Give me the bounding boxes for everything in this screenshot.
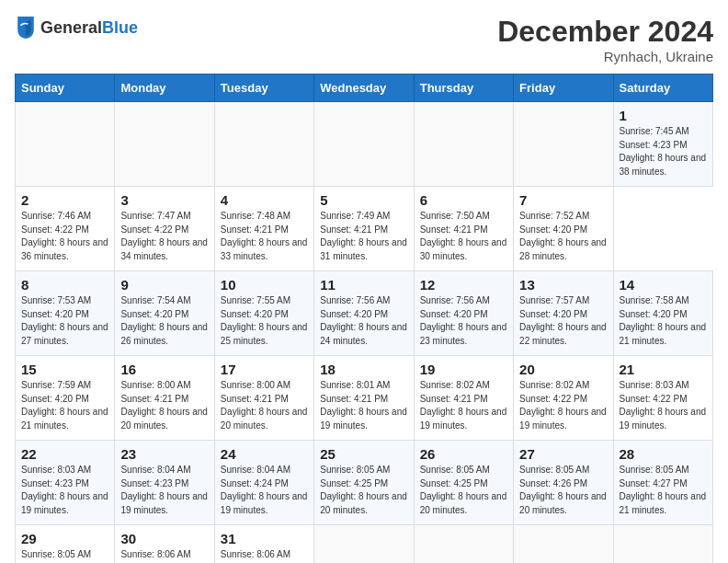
calendar-day-cell: 23Sunrise: 8:04 AMSunset: 4:23 PMDayligh… [115,441,214,525]
day-number: 27 [519,446,607,462]
calendar-day-cell: 5Sunrise: 7:49 AMSunset: 4:21 PMDaylight… [314,187,414,271]
day-info: Sunrise: 8:01 AMSunset: 4:21 PMDaylight:… [320,380,407,431]
empty-cell [214,102,313,187]
calendar-table: SundayMondayTuesdayWednesdayThursdayFrid… [15,74,713,563]
day-number: 15 [21,362,108,377]
header-thursday: Thursday [414,75,513,102]
calendar-day-cell [613,525,712,564]
empty-cell [115,102,214,187]
empty-cell [16,102,115,187]
day-info: Sunrise: 8:04 AMSunset: 4:24 PMDaylight:… [221,465,308,515]
day-info: Sunrise: 8:04 AMSunset: 4:23 PMDaylight:… [120,465,208,515]
calendar-day-cell: 20Sunrise: 8:02 AMSunset: 4:22 PMDayligh… [514,356,613,441]
calendar-header-row: SundayMondayTuesdayWednesdayThursdayFrid… [16,75,713,102]
day-info: Sunrise: 8:02 AMSunset: 4:21 PMDaylight:… [420,380,507,431]
logo-icon [15,15,37,40]
calendar-day-cell: 3Sunrise: 7:47 AMSunset: 4:22 PMDaylight… [115,187,214,271]
calendar-day-cell [514,525,613,564]
logo-text: GeneralBlue [40,19,138,36]
empty-cell [314,102,414,187]
day-number: 5 [320,192,407,208]
day-info: Sunrise: 8:05 AMSunset: 4:27 PMDaylight:… [620,465,707,515]
calendar-day-cell: 29Sunrise: 8:05 AMSunset: 4:28 PMDayligh… [16,525,115,564]
calendar-day-cell: 1Sunrise: 7:45 AMSunset: 4:23 PMDaylight… [613,102,712,187]
location-title: Rynhach, Ukraine [497,49,713,64]
calendar-week-row: 1Sunrise: 7:45 AMSunset: 4:23 PMDaylight… [16,102,713,187]
day-number: 26 [420,446,507,462]
calendar-day-cell: 9Sunrise: 7:54 AMSunset: 4:20 PMDaylight… [115,271,214,356]
day-number: 22 [21,446,108,462]
calendar-day-cell: 7Sunrise: 7:52 AMSunset: 4:20 PMDaylight… [514,187,613,271]
calendar-week-row: 8Sunrise: 7:53 AMSunset: 4:20 PMDaylight… [16,271,713,356]
day-info: Sunrise: 8:06 AMSunset: 4:28 PMDaylight:… [120,549,208,563]
logo: GeneralBlue [15,15,138,40]
header-monday: Monday [115,75,214,102]
day-info: Sunrise: 7:53 AMSunset: 4:20 PMDaylight:… [21,295,108,346]
calendar-day-cell: 28Sunrise: 8:05 AMSunset: 4:27 PMDayligh… [613,441,712,525]
day-info: Sunrise: 8:03 AMSunset: 4:23 PMDaylight:… [21,465,108,515]
calendar-day-cell: 21Sunrise: 8:03 AMSunset: 4:22 PMDayligh… [613,356,712,441]
logo-blue: Blue [102,19,138,36]
day-info: Sunrise: 7:47 AMSunset: 4:22 PMDaylight:… [120,211,208,261]
day-info: Sunrise: 7:45 AMSunset: 4:23 PMDaylight:… [620,126,707,177]
day-number: 8 [21,277,108,293]
day-info: Sunrise: 7:50 AMSunset: 4:21 PMDaylight:… [420,211,507,261]
day-number: 18 [320,362,407,377]
day-info: Sunrise: 7:55 AMSunset: 4:20 PMDaylight:… [221,295,308,346]
header-wednesday: Wednesday [314,75,414,102]
calendar-day-cell: 15Sunrise: 7:59 AMSunset: 4:20 PMDayligh… [16,356,115,441]
calendar-day-cell: 27Sunrise: 8:05 AMSunset: 4:26 PMDayligh… [514,441,613,525]
day-info: Sunrise: 7:57 AMSunset: 4:20 PMDaylight:… [519,295,607,346]
day-info: Sunrise: 7:56 AMSunset: 4:20 PMDaylight:… [420,295,507,346]
calendar-day-cell: 2Sunrise: 7:46 AMSunset: 4:22 PMDaylight… [16,187,115,271]
day-info: Sunrise: 8:02 AMSunset: 4:22 PMDaylight:… [519,380,607,431]
calendar-day-cell [414,525,513,564]
day-info: Sunrise: 7:46 AMSunset: 4:22 PMDaylight:… [21,211,108,261]
day-info: Sunrise: 8:05 AMSunset: 4:25 PMDaylight:… [320,465,407,515]
calendar-day-cell: 22Sunrise: 8:03 AMSunset: 4:23 PMDayligh… [16,441,115,525]
header-saturday: Saturday [613,75,712,102]
day-info: Sunrise: 8:00 AMSunset: 4:21 PMDaylight:… [221,380,308,431]
calendar-day-cell: 12Sunrise: 7:56 AMSunset: 4:20 PMDayligh… [414,271,513,356]
day-number: 3 [120,192,208,208]
day-number: 29 [21,531,108,546]
day-number: 9 [120,277,208,293]
calendar-day-cell: 30Sunrise: 8:06 AMSunset: 4:28 PMDayligh… [115,525,214,564]
page-header: GeneralBlue December 2024 Rynhach, Ukrai… [15,15,713,64]
header-tuesday: Tuesday [214,75,313,102]
day-info: Sunrise: 8:06 AMSunset: 4:29 PMDaylight:… [221,549,308,563]
calendar-week-row: 22Sunrise: 8:03 AMSunset: 4:23 PMDayligh… [16,441,713,525]
day-number: 13 [519,277,607,293]
day-number: 12 [420,277,507,293]
day-number: 2 [21,192,108,208]
calendar-day-cell: 6Sunrise: 7:50 AMSunset: 4:21 PMDaylight… [414,187,513,271]
day-info: Sunrise: 7:52 AMSunset: 4:20 PMDaylight:… [519,211,607,261]
day-number: 16 [120,362,208,377]
empty-cell [514,102,613,187]
calendar-week-row: 2Sunrise: 7:46 AMSunset: 4:22 PMDaylight… [16,187,713,271]
calendar-day-cell: 8Sunrise: 7:53 AMSunset: 4:20 PMDaylight… [16,271,115,356]
day-number: 1 [620,108,707,123]
calendar-day-cell: 31Sunrise: 8:06 AMSunset: 4:29 PMDayligh… [214,525,313,564]
day-number: 24 [221,446,308,462]
calendar-week-row: 15Sunrise: 7:59 AMSunset: 4:20 PMDayligh… [16,356,713,441]
day-number: 17 [221,362,308,377]
day-info: Sunrise: 7:59 AMSunset: 4:20 PMDaylight:… [21,380,108,431]
calendar-day-cell: 13Sunrise: 7:57 AMSunset: 4:20 PMDayligh… [514,271,613,356]
empty-cell [414,102,513,187]
calendar-day-cell: 4Sunrise: 7:48 AMSunset: 4:21 PMDaylight… [214,187,313,271]
month-title: December 2024 [497,15,713,49]
day-number: 7 [519,192,607,208]
day-number: 6 [420,192,507,208]
day-number: 4 [221,192,308,208]
calendar-day-cell: 18Sunrise: 8:01 AMSunset: 4:21 PMDayligh… [314,356,414,441]
day-number: 30 [120,531,208,546]
calendar-week-row: 29Sunrise: 8:05 AMSunset: 4:28 PMDayligh… [16,525,713,564]
day-number: 31 [221,531,308,546]
calendar-day-cell: 19Sunrise: 8:02 AMSunset: 4:21 PMDayligh… [414,356,513,441]
day-number: 14 [620,277,707,293]
day-info: Sunrise: 7:54 AMSunset: 4:20 PMDaylight:… [120,295,208,346]
day-info: Sunrise: 8:05 AMSunset: 4:26 PMDaylight:… [519,465,607,515]
day-info: Sunrise: 8:03 AMSunset: 4:22 PMDaylight:… [620,380,707,431]
calendar-day-cell: 25Sunrise: 8:05 AMSunset: 4:25 PMDayligh… [314,441,414,525]
